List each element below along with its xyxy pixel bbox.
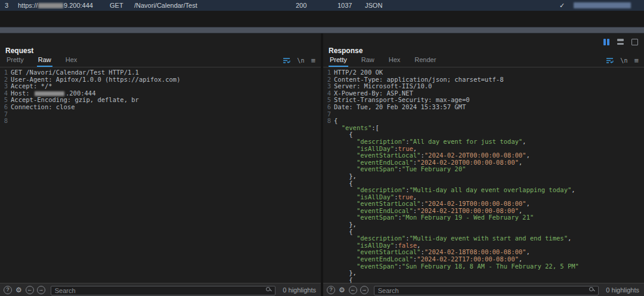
help-icon[interactable]: ? bbox=[4, 286, 12, 294]
search-input[interactable] bbox=[374, 286, 599, 295]
request-panel-title: Request bbox=[5, 47, 321, 54]
line-number bbox=[324, 173, 331, 180]
session-row[interactable]: 3 https://9.200:444 GET /Navori/Calendar… bbox=[0, 0, 644, 11]
tab-render[interactable]: Render bbox=[413, 54, 437, 67]
line-number: 6 bbox=[1, 104, 8, 111]
editor-line: "eventSpan":"Mon February 19 - Wed Febru… bbox=[324, 214, 644, 221]
settings-gear-icon[interactable]: ⚙ bbox=[338, 286, 346, 294]
tab-pretty[interactable]: Pretty bbox=[5, 54, 25, 67]
line-number bbox=[324, 180, 331, 187]
session-url: https://9.200:444 bbox=[18, 2, 110, 9]
line-number bbox=[324, 201, 331, 208]
line-number bbox=[324, 270, 331, 277]
word-wrap-icon[interactable] bbox=[283, 57, 290, 64]
response-footer: ? ⚙ ← → 0 highlights bbox=[323, 283, 644, 296]
session-content-type: JSON bbox=[365, 2, 559, 9]
request-tab-row: PrettyRawHex \n ≡ bbox=[0, 54, 321, 67]
line-number bbox=[324, 138, 331, 146]
next-match-icon[interactable]: → bbox=[37, 286, 45, 294]
response-search-box bbox=[374, 285, 599, 295]
editor-line: 7 bbox=[324, 111, 644, 118]
line-number: 8 bbox=[324, 118, 331, 125]
newline-toggle-icon[interactable]: \n bbox=[297, 57, 304, 64]
editor-line: }, bbox=[324, 270, 644, 277]
editor-line: 3Accept: */* bbox=[1, 83, 321, 90]
line-number bbox=[324, 194, 331, 201]
session-url-prefix: https:// bbox=[18, 2, 38, 9]
line-number bbox=[324, 221, 331, 229]
request-tabs: PrettyRawHex bbox=[5, 54, 90, 67]
line-number bbox=[324, 263, 331, 270]
search-icon bbox=[266, 287, 270, 291]
line-number bbox=[324, 235, 331, 242]
horizontal-splitter[interactable] bbox=[0, 27, 644, 33]
settings-gear-icon[interactable]: ⚙ bbox=[15, 286, 23, 294]
line-number bbox=[324, 229, 331, 236]
prev-match-icon[interactable]: ← bbox=[349, 286, 357, 294]
session-url-suffix: 9.200:444 bbox=[64, 2, 93, 9]
layout-controls bbox=[602, 37, 639, 47]
redacted-host-text bbox=[38, 3, 63, 8]
request-editor[interactable]: 1GET /Navori/Calendar/Test HTTP/1.12User… bbox=[0, 67, 321, 283]
request-tab-tools: \n ≡ bbox=[283, 57, 315, 67]
editor-line: 4Host: .200:444 bbox=[1, 90, 321, 97]
tab-hex[interactable]: Hex bbox=[64, 54, 79, 67]
highlights-count: 0 highlights bbox=[606, 286, 639, 294]
editor-line: }, bbox=[324, 173, 644, 180]
response-tabs: PrettyRawHexRender bbox=[329, 54, 449, 67]
tab-pretty[interactable]: Pretty bbox=[329, 54, 348, 67]
session-list-empty-area[interactable] bbox=[0, 11, 644, 27]
editor-line: 8 bbox=[1, 118, 321, 125]
line-number bbox=[324, 146, 331, 153]
highlights-count: 0 highlights bbox=[283, 286, 316, 294]
layout-rows-icon[interactable] bbox=[616, 37, 625, 47]
request-footer: ? ⚙ ← → 0 highlights bbox=[0, 283, 321, 296]
prev-match-icon[interactable]: ← bbox=[26, 286, 34, 294]
inspector-area: Request PrettyRawHex \n ≡ 1GET /Navori/C… bbox=[0, 33, 644, 296]
line-number bbox=[324, 256, 331, 263]
line-number bbox=[324, 131, 331, 138]
tab-hex[interactable]: Hex bbox=[388, 54, 402, 67]
line-number bbox=[324, 242, 331, 249]
response-editor[interactable]: 1HTTP/2 200 OK2Content-Type: application… bbox=[323, 67, 644, 283]
line-number: 1 bbox=[324, 69, 331, 76]
line-number: 1 bbox=[1, 69, 8, 76]
http-debugger-window: 3 https://9.200:444 GET /Navori/Calendar… bbox=[0, 0, 644, 296]
tab-raw[interactable]: Raw bbox=[37, 54, 52, 67]
menu-icon[interactable]: ≡ bbox=[311, 57, 315, 64]
redacted-text bbox=[35, 91, 64, 96]
line-number bbox=[324, 277, 331, 283]
response-panel: Response PrettyRawHexRender \n ≡ 1HTTP/2… bbox=[323, 33, 644, 296]
session-status: 200 bbox=[296, 2, 338, 9]
layout-columns-icon[interactable] bbox=[602, 37, 611, 47]
editor-line: 6Connection: close bbox=[1, 104, 321, 111]
request-panel: Request PrettyRawHex \n ≡ 1GET /Navori/C… bbox=[0, 33, 321, 296]
help-icon[interactable]: ? bbox=[327, 286, 335, 294]
menu-icon[interactable]: ≡ bbox=[634, 57, 639, 64]
editor-line: { bbox=[324, 277, 644, 283]
line-number bbox=[324, 249, 331, 256]
search-input[interactable] bbox=[51, 286, 276, 295]
editor-line: }, bbox=[324, 221, 644, 229]
session-id: 3 bbox=[0, 2, 18, 9]
editor-line: 6Date: Tue, 20 Feb 2024 15:33:57 GMT bbox=[324, 104, 644, 111]
layout-single-icon[interactable] bbox=[630, 37, 639, 47]
line-number: 6 bbox=[324, 104, 331, 111]
line-number bbox=[324, 125, 331, 132]
session-body-size: 1037 bbox=[338, 2, 365, 9]
redacted-comment-text bbox=[574, 2, 631, 8]
line-number: 8 bbox=[1, 118, 8, 125]
word-wrap-icon[interactable] bbox=[606, 57, 614, 64]
editor-line: 7 bbox=[1, 111, 321, 118]
response-panel-title: Response bbox=[329, 47, 644, 54]
line-number bbox=[324, 187, 331, 194]
search-icon bbox=[589, 287, 593, 291]
response-tab-tools: \n ≡ bbox=[606, 57, 639, 67]
line-number bbox=[324, 166, 331, 173]
next-match-icon[interactable]: → bbox=[360, 286, 369, 294]
tab-raw[interactable]: Raw bbox=[360, 54, 376, 67]
newline-toggle-icon[interactable]: \n bbox=[620, 57, 627, 64]
session-method: GET bbox=[110, 2, 134, 9]
line-number bbox=[324, 214, 331, 221]
response-tab-row: PrettyRawHexRender \n ≡ bbox=[323, 54, 644, 67]
